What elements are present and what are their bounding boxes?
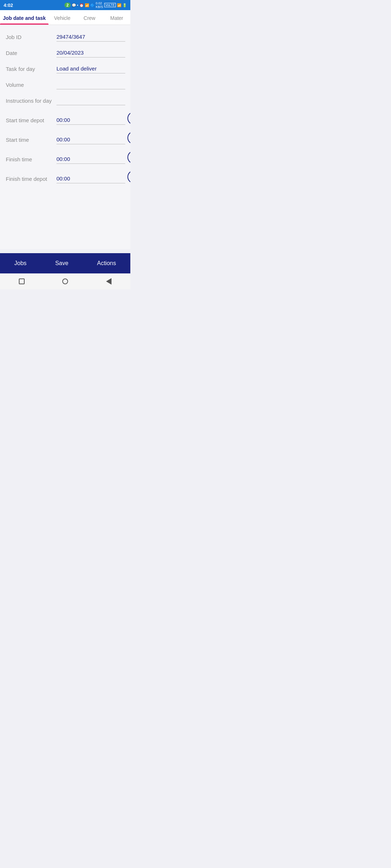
label-date: Date [6, 50, 53, 58]
label-job-id: Job ID [6, 34, 53, 42]
input-start-time[interactable] [56, 135, 125, 144]
time-display: 4:02 [4, 3, 13, 8]
label-task-for-day: Task for day [6, 66, 53, 73]
form-content: Job ID Date Task for day Volume Instruct… [0, 25, 130, 249]
value-container-finish-time-depot: ⏰ [56, 170, 130, 183]
signal-icons: 📶 [85, 3, 89, 7]
battery-icon: 🔋 [122, 3, 127, 7]
input-volume[interactable] [56, 80, 125, 89]
recent-apps-button[interactable] [17, 277, 26, 286]
field-row-date: Date [6, 48, 125, 58]
tab-bar: Job date and task Vehicle Crew Mater [0, 10, 130, 25]
tab-vehicle[interactable]: Vehicle [49, 10, 76, 25]
field-row-task-for-day: Task for day [6, 64, 125, 73]
nav-save-button[interactable]: Save [48, 256, 75, 270]
wifi-badge: 2 [64, 3, 70, 8]
home-button[interactable] [61, 277, 70, 286]
label-finish-time: Finish time [6, 156, 53, 164]
android-nav-bar [0, 273, 130, 289]
clock-button-start-time[interactable]: ⏰ [127, 131, 130, 144]
value-container-task-for-day [56, 64, 125, 73]
alarm-icon: ⏰ [79, 3, 84, 7]
data-speed: 0.02KB/S [96, 1, 103, 9]
status-icons: 2 💬 • ⏰ 📶 🔷 0.02KB/S VoLTE 📶 🔋 [64, 1, 127, 9]
bottom-nav: Jobs Save Actions [0, 253, 130, 273]
input-finish-time[interactable] [56, 154, 125, 164]
whatsapp-icon: 💬 [72, 3, 76, 7]
field-row-start-time: Start time ⏰ [6, 131, 125, 144]
value-container-job-id [56, 32, 125, 42]
field-row-finish-time-depot: Finish time depot ⏰ [6, 170, 125, 183]
input-date[interactable] [56, 48, 125, 58]
status-bar: 4:02 2 💬 • ⏰ 📶 🔷 0.02KB/S VoLTE 📶 🔋 [0, 0, 130, 10]
back-button[interactable] [104, 277, 113, 286]
recent-apps-icon [19, 278, 25, 284]
value-container-instructions [56, 96, 125, 105]
field-row-finish-time: Finish time ⏰ [6, 151, 125, 164]
value-container-finish-time: ⏰ [56, 151, 130, 164]
tab-crew[interactable]: Crew [76, 10, 103, 25]
clock-icon-finish-time: ⏰ [130, 153, 130, 161]
input-task-for-day[interactable] [56, 64, 125, 73]
network-icon: 📶 [117, 3, 121, 7]
nav-jobs-button[interactable]: Jobs [7, 256, 34, 270]
clock-icon-start-time: ⏰ [130, 134, 130, 142]
field-row-start-time-depot: Start time depot ⏰ [6, 112, 125, 125]
field-row-job-id: Job ID [6, 32, 125, 42]
field-row-instructions: Instructions for day [6, 96, 125, 105]
bluetooth-icon: 🔷 [90, 3, 94, 7]
value-container-start-time: ⏰ [56, 131, 130, 144]
field-row-volume: Volume [6, 80, 125, 89]
clock-button-finish-time[interactable]: ⏰ [127, 151, 130, 164]
value-container-start-time-depot: ⏰ [56, 112, 130, 125]
tab-mater[interactable]: Mater [103, 10, 130, 25]
dot-indicator: • [77, 3, 79, 7]
label-finish-time-depot: Finish time depot [6, 176, 53, 183]
lte-icon: VoLTE [104, 3, 116, 7]
value-container-date [56, 48, 125, 58]
input-start-time-depot[interactable] [56, 115, 125, 125]
clock-button-start-time-depot[interactable]: ⏰ [127, 112, 130, 125]
value-container-volume [56, 80, 125, 89]
input-instructions[interactable] [56, 96, 125, 105]
tab-job-date-task[interactable]: Job date and task [0, 10, 49, 25]
clock-icon-start-time-depot: ⏰ [130, 114, 130, 122]
home-icon [62, 278, 68, 284]
label-instructions: Instructions for day [6, 98, 53, 105]
input-finish-time-depot[interactable] [56, 174, 125, 183]
back-icon [106, 278, 112, 285]
label-start-time-depot: Start time depot [6, 117, 53, 125]
input-job-id[interactable] [56, 32, 125, 42]
nav-actions-button[interactable]: Actions [90, 256, 123, 270]
clock-icon-finish-time-depot: ⏰ [130, 173, 130, 181]
label-start-time: Start time [6, 137, 53, 144]
label-volume: Volume [6, 82, 53, 89]
clock-button-finish-time-depot[interactable]: ⏰ [127, 170, 130, 183]
